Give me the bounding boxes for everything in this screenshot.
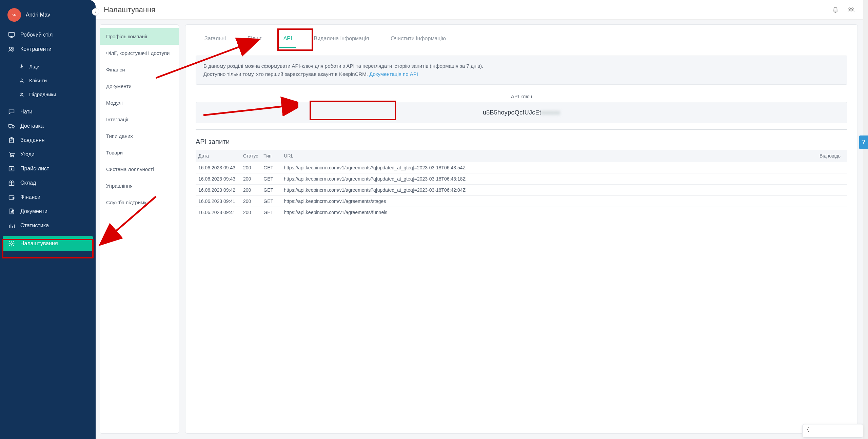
sidebar-collapse-button[interactable]: ‹ xyxy=(92,8,99,16)
cell-type: GET xyxy=(261,185,281,196)
api-key-box[interactable]: u5B5hoypoQcfUJcEtxxxxxx xyxy=(196,102,847,123)
cell-date: 16.06.2023 09:43 xyxy=(196,162,240,173)
panels: Профіль компанії Філії, користувачі і до… xyxy=(96,20,863,439)
table-row[interactable]: 16.06.2023 09:43 200 GET https://api.kee… xyxy=(196,173,847,185)
help-button[interactable]: ? xyxy=(859,135,868,149)
sidebar-item-dashboard[interactable]: Робочий стіл xyxy=(0,28,96,42)
sidebar-item-stats[interactable]: Статистика xyxy=(0,218,96,233)
cell-url: https://api.keepincrm.com/v1/agreements?… xyxy=(281,185,817,196)
sidebar-item-label: Фінанси xyxy=(20,194,40,200)
col-response: Відповідь xyxy=(817,150,847,162)
sidebar-item-pricelist[interactable]: Прайс-лист xyxy=(0,162,96,176)
sidebar-item-label: Ліди xyxy=(29,64,39,69)
svg-point-10 xyxy=(11,156,11,157)
header-actions xyxy=(831,6,855,14)
clipboard-icon xyxy=(7,137,16,143)
settings-content: Загальні Білінг API Видалена інформація … xyxy=(185,24,858,434)
subnav-support[interactable]: Служба підтримки xyxy=(100,194,179,211)
cell-url: https://api.keepincrm.com/v1/agreements?… xyxy=(281,162,817,173)
bell-icon[interactable] xyxy=(831,6,840,14)
svg-point-15 xyxy=(11,243,13,245)
people-icon[interactable] xyxy=(847,6,855,14)
svg-point-16 xyxy=(849,8,850,9)
sidebar-item-label: Налаштування xyxy=(20,241,58,247)
sidebar-item-warehouse[interactable]: Склад xyxy=(0,176,96,190)
subnav-documents[interactable]: Документи xyxy=(100,78,179,95)
subnav-datatypes[interactable]: Типи даних xyxy=(100,128,179,144)
settings-subnav: Профіль компанії Філії, користувачі і до… xyxy=(100,24,179,434)
sidebar-item-label: Завдання xyxy=(20,137,44,143)
requests-table: Дата Статус Тип URL Відповідь 16.06.2023… xyxy=(196,150,847,218)
cell-url: https://api.keepincrm.com/v1/agreements/… xyxy=(281,207,817,218)
subnav-modules[interactable]: Модулі xyxy=(100,95,179,111)
info-text-1: В даному розділі можна сформувати API-кл… xyxy=(203,63,483,69)
sidebar-item-label: Робочий стіл xyxy=(20,32,53,38)
sidebar-item-clients[interactable]: Клієнти xyxy=(0,74,96,87)
main: Налаштування Профіль компанії Філії, кор… xyxy=(96,0,863,439)
subnav-integrations[interactable]: Інтеграції xyxy=(100,111,179,128)
sidebar-user[interactable]: AM Andri Mav xyxy=(0,4,96,28)
sidebar-item-label: Контрагенти xyxy=(20,46,52,52)
sidebar-item-tasks[interactable]: Завдання xyxy=(0,133,96,147)
table-row[interactable]: 16.06.2023 09:42 200 GET https://api.kee… xyxy=(196,185,847,196)
requests-title: API запити xyxy=(196,138,847,146)
sidebar-item-documents[interactable]: Документи xyxy=(0,204,96,218)
wallet-icon xyxy=(7,194,16,200)
cell-type: GET xyxy=(261,196,281,207)
tab-billing[interactable]: Білінг xyxy=(243,31,266,48)
sidebar-item-label: Документи xyxy=(20,208,47,214)
users-icon xyxy=(7,46,16,52)
subnav-products[interactable]: Товари xyxy=(100,144,179,161)
sidebar-item-label: Прайс-лист xyxy=(20,166,49,172)
avatar: AM xyxy=(7,8,21,22)
tab-general[interactable]: Загальні xyxy=(200,31,230,48)
cell-response xyxy=(817,196,847,207)
svg-point-6 xyxy=(9,127,11,128)
svg-point-2 xyxy=(12,48,14,49)
sidebar-item-deals[interactable]: Угоди xyxy=(0,147,96,162)
cell-status: 200 xyxy=(240,207,261,218)
sidebar-item-chats[interactable]: Чати xyxy=(0,105,96,119)
gift-icon xyxy=(7,180,16,186)
sidebar-item-leads[interactable]: Ліди xyxy=(0,60,96,74)
sidebar-item-contractors[interactable]: Підрядники xyxy=(0,87,96,101)
tab-clear[interactable]: Очистити інформацію xyxy=(387,31,450,48)
sidebar-item-label: Статистика xyxy=(20,223,49,229)
subnav-company-profile[interactable]: Профіль компанії xyxy=(100,28,179,45)
sidebar-item-counterparties[interactable]: Контрагенти xyxy=(0,42,96,56)
subnav-loyalty[interactable]: Система лояльності xyxy=(100,161,179,177)
info-text-2: Доступно тільки тому, хто перший зареєст… xyxy=(203,71,369,77)
right-scrollbar[interactable] xyxy=(863,0,868,439)
subnav-finance[interactable]: Фінанси xyxy=(100,61,179,78)
cell-response xyxy=(817,185,847,196)
chat-widget[interactable]: { xyxy=(802,424,863,438)
tab-deleted[interactable]: Видалена інформація xyxy=(310,31,373,48)
api-key-value: u5B5hoypoQcfUJcEtxxxxxx xyxy=(483,109,560,116)
table-row[interactable]: 16.06.2023 09:41 200 GET https://api.kee… xyxy=(196,207,847,218)
cart-icon xyxy=(7,151,16,158)
sidebar-item-label: Чати xyxy=(20,109,32,115)
cell-response xyxy=(817,162,847,173)
subnav-branches[interactable]: Філії, користувачі і доступи xyxy=(100,45,179,61)
tabs: Загальні Білінг API Видалена інформація … xyxy=(196,31,847,48)
tab-label: API xyxy=(283,36,292,41)
chat-icon xyxy=(7,109,16,115)
sidebar-item-delivery[interactable]: Доставка xyxy=(0,119,96,133)
sidebar-item-label: Доставка xyxy=(20,123,44,129)
doc-link[interactable]: Документація по API xyxy=(369,71,418,77)
cell-date: 16.06.2023 09:41 xyxy=(196,207,240,218)
cell-status: 200 xyxy=(240,196,261,207)
svg-rect-0 xyxy=(9,33,14,36)
sidebar-item-settings[interactable]: Налаштування xyxy=(3,236,93,251)
table-row[interactable]: 16.06.2023 09:43 200 GET https://api.kee… xyxy=(196,162,847,173)
cell-response xyxy=(817,173,847,185)
sidebar-item-label: Склад xyxy=(20,180,36,186)
table-row[interactable]: 16.06.2023 09:41 200 GET https://api.kee… xyxy=(196,196,847,207)
cell-status: 200 xyxy=(240,173,261,185)
chart-icon xyxy=(7,223,16,229)
subnav-management[interactable]: Управління xyxy=(100,177,179,194)
tab-api[interactable]: API xyxy=(279,31,296,48)
sidebar-item-finance[interactable]: Фінанси xyxy=(0,190,96,204)
sidebar-item-label: Підрядники xyxy=(29,91,56,97)
sidebar-item-label: Угоди xyxy=(20,151,35,158)
